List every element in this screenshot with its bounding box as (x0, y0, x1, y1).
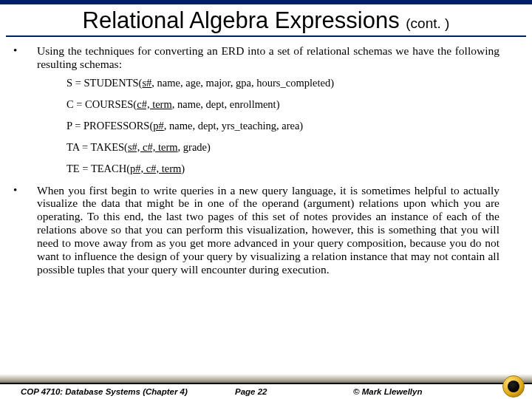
schema-pre: P = PROFESSORS( (66, 120, 153, 132)
schema-rest: , name, dept, yrs_teaching, area) (164, 120, 303, 132)
bullet-item: • Using the techniques for converting an… (33, 44, 499, 71)
schema-key: c#, term (137, 98, 172, 110)
footer-bar: COP 4710: Database Systems (Chapter 4) P… (0, 384, 532, 399)
footer: COP 4710: Database Systems (Chapter 4) P… (0, 374, 532, 399)
bullet-text-2: When you first begin to write queries in… (37, 184, 499, 276)
schema-courses: C = COURSES(c#, term, name, dept, enroll… (66, 98, 499, 111)
schema-rest: , name, dept, enrollment) (172, 98, 280, 110)
content-area: • Using the techniques for converting an… (0, 44, 532, 276)
schema-key: s#, c#, term (128, 141, 178, 153)
schema-key: p#, c#, term (130, 163, 181, 174)
schema-rest: , name, age, major, gpa, hours_completed… (151, 77, 334, 89)
footer-course: COP 4710: Database Systems (Chapter 4) (21, 387, 235, 396)
schema-pre: C = COURSES( (66, 98, 137, 110)
schema-professors: P = PROFESSORS(p#, name, dept, yrs_teach… (66, 120, 499, 132)
schema-key: s# (142, 77, 151, 89)
footer-gradient (0, 374, 532, 383)
schema-key: p# (153, 120, 164, 132)
slide-title: Relational Algebra Expressions (83, 7, 406, 33)
schema-teach: TE = TEACH(p#, c#, term) (66, 163, 499, 175)
bullet-item: • When you first begin to write queries … (33, 184, 499, 276)
ucf-logo-icon (502, 375, 525, 398)
footer-page: Page 22 (235, 387, 353, 396)
schema-pre: S = STUDENTS( (66, 77, 142, 89)
schema-rest: , grade) (178, 141, 211, 153)
schema-students: S = STUDENTS(s#, name, age, major, gpa, … (66, 77, 499, 89)
bullet-marker: • (13, 184, 37, 276)
bullet-marker: • (13, 44, 37, 71)
bullet-text-1: Using the techniques for converting an E… (37, 44, 499, 71)
schema-rest: ) (181, 163, 185, 174)
schema-pre: TA = TAKES( (66, 141, 128, 153)
slide-title-cont: (cont. ) (406, 16, 449, 31)
title-container: Relational Algebra Expressions (cont. ) (6, 4, 526, 37)
schema-pre: TE = TEACH( (66, 163, 130, 174)
schema-list: S = STUDENTS(s#, name, age, major, gpa, … (66, 77, 499, 175)
schema-takes: TA = TAKES(s#, c#, term, grade) (66, 141, 499, 154)
